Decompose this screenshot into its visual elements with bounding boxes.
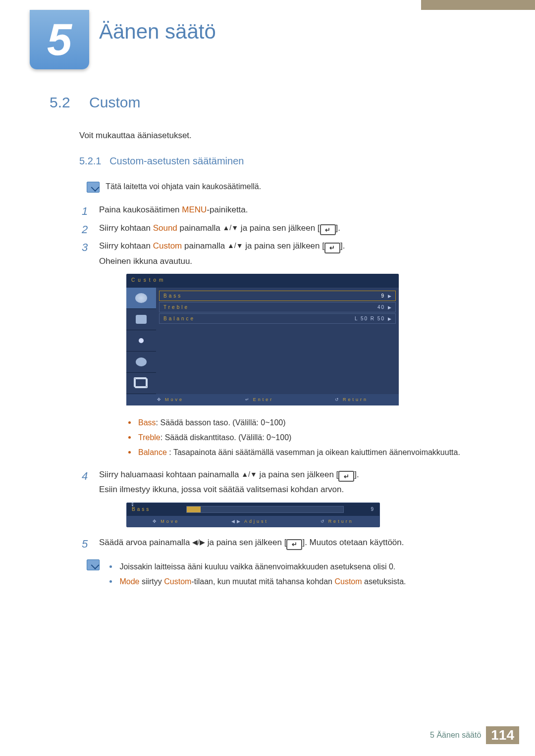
osd-icon-picture <box>126 309 156 330</box>
bullet-balance: Balance : Tasapainota ääni säätämällä va… <box>126 445 495 460</box>
step-3-cont: Oheinen ikkuna avautuu. <box>99 254 495 269</box>
step-4-cont: Esiin ilmestyy ikkuna, jossa voit säätää… <box>99 482 495 498</box>
chapter-title: Äänen säätö <box>99 20 216 44</box>
step-1: Paina kaukosäätimen MENU-painiketta. <box>82 202 495 218</box>
note2-bullets: Joissakin laitteissa ääni kuuluu vaikka … <box>107 559 484 590</box>
osd-bass-bar <box>186 506 344 513</box>
kw-custom: Custom <box>153 241 182 251</box>
osd-bass-adjust: ▲▼ Bass 9 ✥Move ◀▶Adjust ↺Return <box>126 503 380 527</box>
bullet-bass: Bass: Säädä basson taso. (Välillä: 0~100… <box>126 415 495 430</box>
enter-icon: ↵ <box>324 243 340 253</box>
content: 5.2 Custom Voit mukauttaa ääniasetukset.… <box>50 94 495 599</box>
steps-list: Paina kaukosäätimen MENU-painiketta. Sii… <box>82 202 495 551</box>
osd-rows: Bass 9 ▶ Treble 40 ▶ Balance L 50 R 50 <box>156 288 399 394</box>
osd-row-bass: Bass 9 ▶ <box>159 291 396 301</box>
section-number: 5.2 <box>50 94 70 110</box>
note-text: Tätä laitetta voi ohjata vain kaukosääti… <box>106 182 261 191</box>
osd-row-balance: Balance L 50 R 50 ▶ <box>159 313 396 324</box>
leftright-icon: ◀/▶ <box>192 538 205 546</box>
subsection-heading: 5.2.1 Custom-asetusten säätäminen <box>79 155 495 167</box>
enter-icon: ↵ <box>320 224 336 235</box>
osd-icon-dot <box>126 330 156 352</box>
osd-custom-menu: Custom Bass 9 ▶ <box>126 274 399 405</box>
osd-footer: ✥Move ↵Enter ↺Return <box>126 394 399 405</box>
osd-bass-value: 9 <box>350 505 374 514</box>
top-stripe <box>421 0 535 10</box>
updown-icon: ▲/▼ <box>241 470 257 478</box>
subsection-number: 5.2.1 <box>79 155 101 166</box>
bullet-treble: Treble: Säädä diskanttitaso. (Välillä: 0… <box>126 430 495 445</box>
kw-sound: Sound <box>153 223 177 233</box>
section-title: Custom <box>89 94 140 110</box>
note-icon <box>87 182 100 193</box>
param-bullets: Bass: Säädä basson taso. (Välillä: 0~100… <box>126 415 495 460</box>
updown-icon: ▲/▼ <box>223 224 239 232</box>
enter-icon: ↵ <box>338 471 354 482</box>
step-5: Säädä arvoa painamalla ◀/▶ ja paina sen … <box>82 535 495 551</box>
page-number: 114 <box>486 726 519 744</box>
osd-icon-sound <box>126 288 156 309</box>
note-remote-only: Tätä laitetta voi ohjata vain kaukosääti… <box>87 182 495 193</box>
note-block-2: Joissakin laitteissa ääni kuuluu vaikka … <box>87 559 495 590</box>
kw-menu: MENU <box>182 205 207 214</box>
step-2: Siirry kohtaan Sound painamalla ▲/▼ ja p… <box>82 221 495 236</box>
osd-icon-layers <box>126 373 156 394</box>
page-footer: 5 Äänen säätö 114 <box>430 726 519 744</box>
enter-icon: ↵ <box>286 539 302 550</box>
step-4: Siirry haluamaasi kohtaan painamalla ▲/▼… <box>82 467 495 527</box>
section-intro: Voit mukauttaa ääniasetukset. <box>79 131 495 141</box>
osd-icon-gear <box>126 352 156 373</box>
osd-side-icons <box>126 288 156 394</box>
footer-text: 5 Äänen säätö <box>430 731 481 740</box>
note2-bullet-2: Mode siirtyy Custom-tilaan, kun muutat m… <box>107 574 484 589</box>
chapter-number: 5 <box>47 14 72 65</box>
osd-title: Custom <box>126 274 399 288</box>
subsection-title: Custom-asetusten säätäminen <box>109 155 244 166</box>
updown-icon: ▲/▼ <box>227 242 243 250</box>
note-icon <box>87 559 100 570</box>
step-3: Siirry kohtaan Custom painamalla ▲/▼ ja … <box>82 239 495 460</box>
note2-bullet-1: Joissakin laitteissa ääni kuuluu vaikka … <box>107 559 484 574</box>
section-heading: 5.2 Custom <box>50 94 495 111</box>
chapter-tab: 5 <box>30 10 89 69</box>
osd-row-treble: Treble 40 ▶ <box>159 302 396 312</box>
